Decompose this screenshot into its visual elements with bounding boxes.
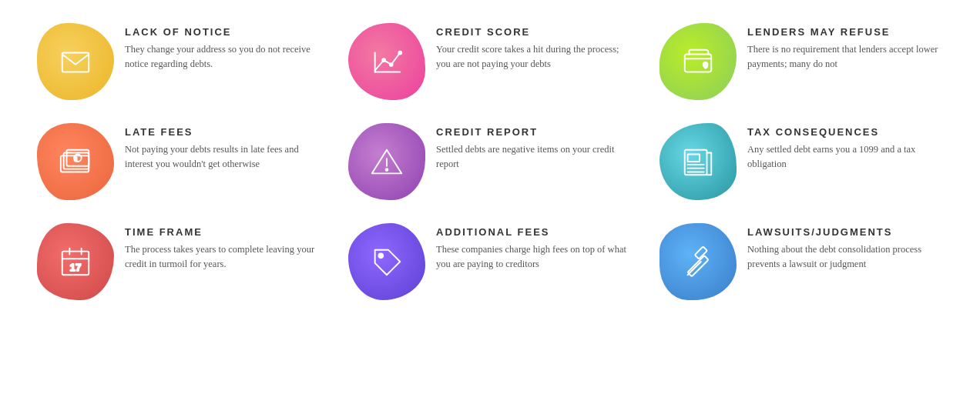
credit-report-title: CREDIT REPORT <box>436 126 632 138</box>
lawsuits-judgments-desc: Nothing about the debt consolidation pro… <box>747 242 943 272</box>
tax-consequences-icon <box>680 144 716 179</box>
additional-fees-icon <box>369 244 404 279</box>
lawsuits-judgments-text: LAWSUITS/JUDGMENTS Nothing about the deb… <box>747 223 943 272</box>
lack-of-notice-title: LACK OF NOTICE <box>125 26 321 38</box>
tax-consequences-text: TAX CONSEQUENCES Any settled debt earns … <box>747 123 943 172</box>
lenders-may-refuse-icon-blob: $ <box>659 23 737 100</box>
card-late-fees: $ LATE FEES Not paying your debts result… <box>31 115 327 208</box>
late-fees-icon-blob: $ <box>37 123 114 200</box>
time-frame-desc: The process takes years to complete leav… <box>125 242 321 272</box>
card-time-frame: 17 TIME FRAME The process takes years to… <box>31 215 327 308</box>
credit-score-text: CREDIT SCORE Your credit score takes a h… <box>436 23 632 72</box>
tax-consequences-title: TAX CONSEQUENCES <box>747 126 943 138</box>
main-grid: LACK OF NOTICE They change your address … <box>0 0 980 323</box>
svg-point-3 <box>382 58 385 62</box>
credit-score-title: CREDIT SCORE <box>436 26 632 38</box>
lenders-may-refuse-desc: There is no requirement that lenders acc… <box>747 42 943 72</box>
additional-fees-desc: These companies charge high fees on top … <box>436 242 632 272</box>
credit-score-desc: Your credit score takes a hit during the… <box>436 42 632 72</box>
lawsuits-judgments-icon <box>680 244 716 279</box>
late-fees-title: LATE FEES <box>125 126 321 138</box>
card-lawsuits-judgments: LAWSUITS/JUDGMENTS Nothing about the deb… <box>653 215 949 308</box>
lack-of-notice-text: LACK OF NOTICE They change your address … <box>125 23 321 72</box>
credit-report-text: CREDIT REPORT Settled debts are negative… <box>436 123 632 172</box>
lenders-may-refuse-title: LENDERS MAY REFUSE <box>747 26 943 38</box>
svg-point-5 <box>398 52 401 55</box>
lack-of-notice-icon <box>58 44 93 79</box>
card-credit-score: CREDIT SCORE Your credit score takes a h… <box>342 15 638 108</box>
lawsuits-judgments-title: LAWSUITS/JUDGMENTS <box>747 226 943 238</box>
lawsuits-judgments-icon-blob <box>659 223 737 300</box>
credit-score-icon <box>369 44 404 79</box>
svg-text:$: $ <box>74 156 77 162</box>
lack-of-notice-desc: They change your address so you do not r… <box>125 42 321 72</box>
card-lenders-may-refuse: $ LENDERS MAY REFUSE There is no require… <box>653 15 949 108</box>
card-additional-fees: ADDITIONAL FEES These companies charge h… <box>342 215 638 308</box>
additional-fees-title: ADDITIONAL FEES <box>436 226 632 238</box>
tax-consequences-icon-blob <box>659 123 737 200</box>
credit-report-icon-blob <box>348 123 425 200</box>
credit-report-desc: Settled debts are negative items on your… <box>436 142 632 172</box>
additional-fees-text: ADDITIONAL FEES These companies charge h… <box>436 223 632 272</box>
svg-text:17: 17 <box>70 262 82 273</box>
time-frame-icon-blob: 17 <box>37 223 114 300</box>
card-lack-of-notice: LACK OF NOTICE They change your address … <box>31 15 327 108</box>
lenders-may-refuse-icon: $ <box>680 44 716 79</box>
svg-text:$: $ <box>704 62 708 69</box>
additional-fees-icon-blob <box>348 223 425 300</box>
time-frame-icon: 17 <box>58 244 93 279</box>
lack-of-notice-icon-blob <box>37 23 114 100</box>
svg-point-16 <box>386 169 388 171</box>
late-fees-icon: $ <box>58 144 93 179</box>
lenders-may-refuse-text: LENDERS MAY REFUSE There is no requireme… <box>747 23 943 72</box>
credit-score-icon-blob <box>348 23 425 100</box>
late-fees-desc: Not paying your debts results in late fe… <box>125 142 321 172</box>
svg-rect-0 <box>62 53 89 72</box>
card-credit-report: CREDIT REPORT Settled debts are negative… <box>342 115 638 208</box>
card-tax-consequences: TAX CONSEQUENCES Any settled debt earns … <box>653 115 949 208</box>
time-frame-title: TIME FRAME <box>125 226 321 238</box>
svg-point-4 <box>390 63 393 66</box>
tax-consequences-desc: Any settled debt earns you a 1099 and a … <box>747 142 943 172</box>
time-frame-text: TIME FRAME The process takes years to co… <box>125 223 321 272</box>
late-fees-text: LATE FEES Not paying your debts results … <box>125 123 321 172</box>
svg-point-27 <box>378 253 383 258</box>
credit-report-icon <box>369 144 404 179</box>
svg-rect-18 <box>688 154 700 162</box>
